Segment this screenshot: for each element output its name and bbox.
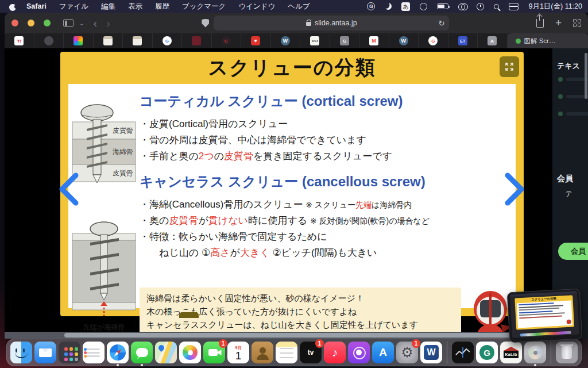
slide-title: スクリューの分類 xyxy=(60,52,524,84)
maps-dock-icon[interactable] xyxy=(155,342,177,363)
pinned-tab-google[interactable]: G xyxy=(153,33,183,48)
pinned-tab-wordpress2[interactable]: W xyxy=(389,33,419,48)
music-dock-icon[interactable]: ♪ xyxy=(324,342,346,363)
new-tab-button[interactable]: + xyxy=(555,17,562,29)
time-machine-icon[interactable] xyxy=(477,3,484,10)
mail-dock-icon[interactable] xyxy=(34,342,56,363)
menu-help[interactable]: ヘルプ xyxy=(281,2,316,12)
wsj-favicon: WSJ xyxy=(310,36,319,45)
pinned-tab-photo2[interactable] xyxy=(123,33,153,48)
next-slide-button[interactable] xyxy=(503,172,527,209)
pinned-tab-photo1[interactable] xyxy=(94,33,123,48)
menu-app-name[interactable]: Safari xyxy=(20,2,53,10)
back-button[interactable]: ‹ xyxy=(88,19,102,27)
grammarly-status-icon[interactable]: G xyxy=(367,2,375,10)
pinned-tab-g[interactable]: G xyxy=(330,33,360,48)
menu-clock[interactable]: 9月1日(金) 11:20 xyxy=(528,2,582,12)
previous-slide-button[interactable] xyxy=(56,172,80,209)
member-label: 会員 xyxy=(557,174,573,184)
cancellous-screw-diagram: 先端が海綿骨 xyxy=(72,221,136,332)
address-bar[interactable]: slide.antaa.jp ↻ xyxy=(214,16,449,30)
screen-preview-window[interactable]: スクリューの分類 xyxy=(507,289,582,343)
pinned-tab-wsj[interactable]: WSJ xyxy=(300,33,330,48)
sidebar-chevron-icon[interactable]: ⌄ xyxy=(79,20,84,26)
reload-icon[interactable]: ↻ xyxy=(438,19,444,28)
menu-window[interactable]: ウインドウ xyxy=(232,2,281,12)
apple-menu-icon[interactable] xyxy=(9,2,17,11)
close-window-button[interactable] xyxy=(11,20,18,26)
safari-dock-icon[interactable] xyxy=(107,342,129,363)
control-center-icon[interactable] xyxy=(509,3,517,10)
reminders-dock-icon[interactable] xyxy=(83,342,105,363)
settings-dock-icon[interactable]: ⚙ 1 xyxy=(396,342,418,363)
colorful-favicon xyxy=(74,36,83,45)
slide-bottom-tab[interactable] xyxy=(179,312,199,318)
photos-dock-icon[interactable] xyxy=(179,342,201,363)
grammarly-dock-icon[interactable]: G xyxy=(476,342,498,363)
link-status-icon[interactable] xyxy=(458,3,467,10)
member-button[interactable]: 会員 xyxy=(558,243,588,260)
menu-view[interactable]: 表示 xyxy=(122,2,149,12)
menu-history[interactable]: 履歴 xyxy=(149,2,176,12)
pinned-tab-colorful[interactable] xyxy=(64,33,94,48)
focus-moon-icon[interactable] xyxy=(385,3,392,10)
tab-overview-icon[interactable] xyxy=(573,19,581,27)
pinned-tab-et[interactable]: ET xyxy=(448,33,478,48)
zoom-window-button[interactable] xyxy=(44,20,51,26)
active-tab-favicon xyxy=(516,39,521,44)
word-dock-icon[interactable]: W xyxy=(420,342,442,363)
app-store-dock-icon[interactable]: A xyxy=(372,342,394,363)
pinned-tab-wordpress1[interactable]: W xyxy=(271,33,301,48)
status-circle-icon[interactable] xyxy=(420,3,427,10)
pinned-tab-google2[interactable]: G xyxy=(419,33,448,48)
menu-bookmarks[interactable]: ブックマーク xyxy=(176,2,232,12)
calendar-dock-icon[interactable]: 9月 1 xyxy=(227,342,249,363)
dock-separator xyxy=(551,341,551,364)
kalib-dock-icon[interactable]: KaLib xyxy=(500,342,522,363)
preview-slide: スクリューの分類 xyxy=(514,295,574,329)
avatar-favicon xyxy=(44,36,53,45)
podcasts-dock-icon[interactable] xyxy=(348,342,370,363)
stocks-dock-icon[interactable] xyxy=(452,342,474,363)
battery-icon[interactable] xyxy=(437,3,448,9)
list-item[interactable] xyxy=(558,77,588,82)
scrollbar-thumb[interactable] xyxy=(64,333,552,338)
apple-tv-dock-icon[interactable]: tv 1 xyxy=(300,342,322,363)
side-panel-list xyxy=(558,77,588,129)
dvd-player-dock-icon[interactable] xyxy=(524,342,546,363)
launchpad-dock-icon[interactable] xyxy=(59,342,80,363)
slide-card: スクリューの分類 xyxy=(60,52,524,316)
safari-window: ⌄ ‹ › slide.antaa.jp ↻ + Y! G C ♥ W WSJ … xyxy=(5,13,588,339)
list-item[interactable] xyxy=(558,112,588,116)
forward-button[interactable]: › xyxy=(106,19,115,27)
cortical-bullet: ・皮質(Cortical)骨用のスクリュー xyxy=(140,116,513,132)
pinned-tab-c[interactable]: C xyxy=(212,33,242,48)
sidebar-toggle-icon[interactable] xyxy=(63,19,74,27)
pinned-tab-avatar[interactable] xyxy=(34,33,64,48)
menu-edit[interactable]: 編集 xyxy=(95,2,122,12)
pinned-tab-gmail[interactable]: M xyxy=(359,33,389,48)
menu-file[interactable]: ファイル xyxy=(53,2,95,12)
list-item[interactable] xyxy=(558,94,588,99)
pinned-tab-yahoo[interactable]: Y! xyxy=(5,33,34,48)
messages-dock-icon[interactable] xyxy=(131,342,153,363)
pinned-tab-heart[interactable]: ♥ xyxy=(241,33,271,48)
horizontal-scrollbar[interactable] xyxy=(5,332,552,339)
input-source-icon[interactable]: あ xyxy=(401,2,410,11)
finder-dock-icon[interactable] xyxy=(10,342,32,363)
contacts-dock-icon[interactable] xyxy=(252,342,273,363)
vertical-scrollbar[interactable] xyxy=(585,53,587,99)
minimize-window-button[interactable] xyxy=(28,20,34,26)
notes-dock-icon[interactable] xyxy=(276,342,297,363)
trash-dock-icon[interactable] xyxy=(556,342,578,363)
privacy-shield-icon[interactable] xyxy=(202,19,209,28)
facetime-dock-icon[interactable]: 1 xyxy=(203,342,225,363)
pinned-tab-crest[interactable] xyxy=(182,33,212,48)
dock: 1 9月 1 tv 1 ♪ A ⚙ 1 W G KaLib xyxy=(6,339,582,366)
share-icon[interactable] xyxy=(536,19,544,28)
fullscreen-button[interactable] xyxy=(500,56,519,77)
spotlight-icon[interactable] xyxy=(494,4,499,9)
pinned-tab-a[interactable]: A xyxy=(478,33,508,48)
menu-bar: Safari ファイル 編集 表示 履歴 ブックマーク ウインドウ ヘルプ G … xyxy=(0,0,588,13)
active-tab[interactable]: 図解 Scr… xyxy=(508,33,588,48)
